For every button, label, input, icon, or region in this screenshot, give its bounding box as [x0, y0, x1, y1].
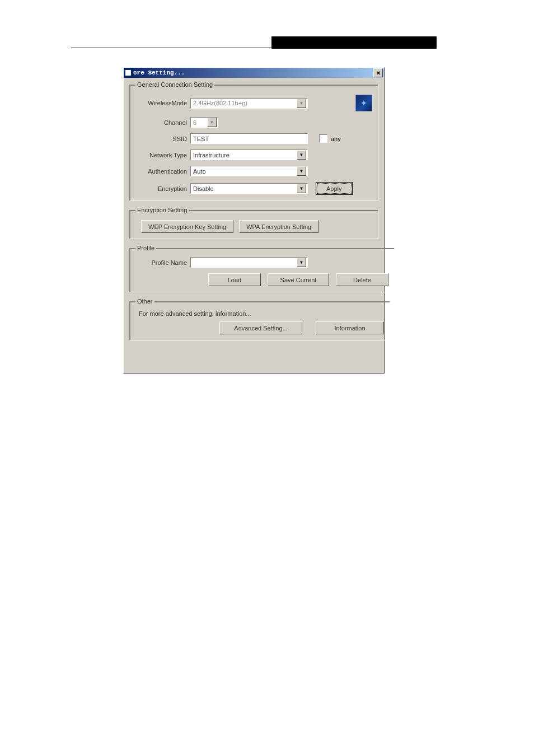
dropdown-icon[interactable]: ▼ — [297, 258, 306, 267]
load-button-label: Load — [228, 277, 241, 283]
dropdown-icon: ▼ — [297, 99, 306, 108]
ssid-label: SSID — [135, 136, 190, 142]
apply-button-label: Apply — [326, 185, 342, 192]
encryption-label: Encryption — [135, 185, 190, 192]
apply-button[interactable]: Apply — [316, 182, 353, 195]
authentication-label: Authentication — [135, 168, 190, 175]
wireless-mode-label: WirelessMode — [135, 100, 190, 106]
wireless-mode-select: 2.4GHz(802.11b+g) ▼ — [190, 98, 308, 109]
dropdown-icon[interactable]: ▼ — [297, 150, 306, 160]
any-label: any — [331, 136, 341, 142]
header-black-banner — [271, 36, 437, 49]
close-icon: ✕ — [376, 70, 381, 76]
authentication-value: Auto — [193, 168, 206, 175]
network-type-select[interactable]: Infrastructure ▼ — [190, 150, 308, 160]
delete-button[interactable]: Delete — [336, 273, 388, 286]
general-legend: General Connection Setting — [135, 81, 214, 88]
other-text: For more advanced setting, information..… — [135, 309, 384, 321]
window-title: ore Setting... — [133, 69, 373, 76]
wifi-logo-icon: ✦ — [355, 95, 372, 111]
channel-select: 6 ▼ — [190, 117, 218, 128]
other-legend: Other — [135, 298, 154, 305]
dropdown-icon: ▼ — [207, 118, 217, 127]
channel-value: 6 — [193, 119, 196, 126]
save-button-label: Save Current — [280, 277, 317, 283]
channel-label: Channel — [135, 119, 190, 126]
profile-fieldset: Profile Profile Name ▼ Load Save Current — [129, 245, 395, 292]
profile-name-label: Profile Name — [135, 259, 190, 266]
network-type-label: Network Type — [135, 152, 190, 158]
network-type-value: Infrastructure — [193, 152, 229, 158]
encryption-setting-fieldset: Encryption Setting WEP Encryption Key Se… — [129, 207, 378, 239]
delete-button-label: Delete — [353, 277, 371, 283]
load-button[interactable]: Load — [208, 273, 261, 286]
information-button-label: Information — [334, 325, 365, 332]
encryption-value: Disable — [193, 185, 214, 192]
more-setting-dialog: ore Setting... ✕ General Connection Sett… — [123, 67, 385, 374]
encryption-legend: Encryption Setting — [135, 207, 189, 213]
wireless-mode-value: 2.4GHz(802.11b+g) — [193, 100, 247, 106]
wep-setting-button[interactable]: WEP Encryption Key Setting — [141, 220, 233, 233]
dropdown-icon[interactable]: ▼ — [297, 184, 306, 193]
dropdown-icon[interactable]: ▼ — [297, 166, 306, 176]
wep-button-label: WEP Encryption Key Setting — [148, 223, 226, 230]
any-checkbox[interactable] — [319, 134, 327, 143]
authentication-select[interactable]: Auto ▼ — [190, 166, 308, 176]
wpa-setting-button[interactable]: WPA Encryption Setting — [239, 220, 318, 233]
profile-legend: Profile — [135, 245, 156, 251]
advanced-button-label: Advanced Setting... — [234, 325, 287, 332]
profile-name-select[interactable]: ▼ — [190, 257, 308, 268]
header-divider — [71, 48, 436, 48]
general-connection-fieldset: General Connection Setting WirelessMode … — [129, 81, 378, 201]
window-icon — [125, 70, 131, 76]
other-fieldset: Other For more advanced setting, informa… — [129, 298, 390, 340]
ssid-value: TEST — [193, 136, 209, 142]
encryption-select[interactable]: Disable ▼ — [190, 183, 308, 194]
titlebar[interactable]: ore Setting... ✕ — [124, 68, 384, 78]
close-button[interactable]: ✕ — [373, 68, 383, 77]
save-current-button[interactable]: Save Current — [268, 273, 329, 286]
advanced-setting-button[interactable]: Advanced Setting... — [219, 321, 302, 334]
wpa-button-label: WPA Encryption Setting — [246, 223, 311, 230]
information-button[interactable]: Information — [316, 321, 384, 334]
ssid-input[interactable]: TEST — [190, 133, 308, 144]
